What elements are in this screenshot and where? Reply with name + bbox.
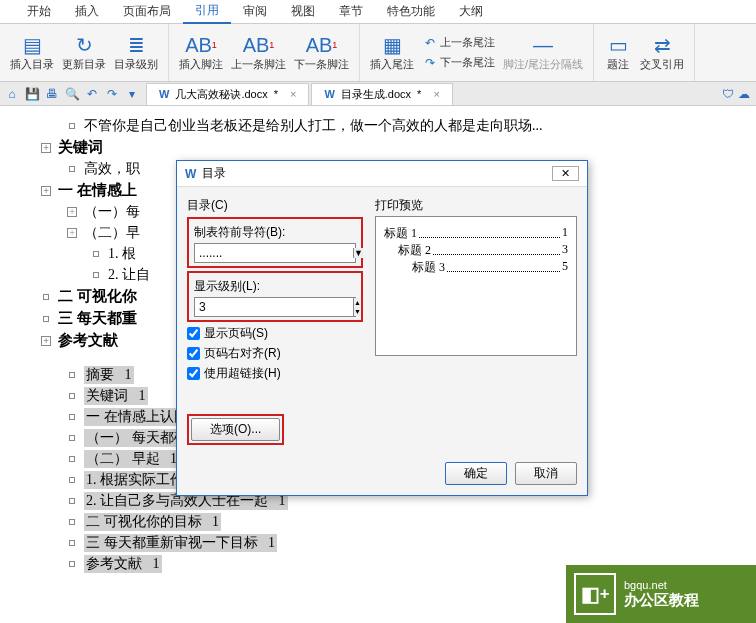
- outline-text: 三 每天都重: [58, 309, 137, 328]
- outline-text: 不管你是自己创业当老板还是给别人打工，做一个高效的人都是走向职场...: [84, 117, 543, 135]
- preview-panel: 标题 11 标题 23 标题 35: [375, 216, 577, 356]
- word-icon: W: [185, 167, 196, 181]
- cloud-icon[interactable]: ☁: [738, 87, 750, 101]
- separator-icon: —: [529, 33, 557, 57]
- next-footnote-icon: AB1: [308, 33, 336, 57]
- watermark-url: bgqu.net: [624, 579, 699, 591]
- toc-section-label: 目录(C): [187, 197, 363, 214]
- level-icon: ≣: [122, 33, 150, 57]
- modified-star: *: [274, 88, 278, 100]
- endnote-icon: ▦: [378, 33, 406, 57]
- outline-text: 2. 让自: [108, 266, 150, 284]
- word-icon: W: [159, 88, 169, 100]
- shield-icon[interactable]: 🛡: [722, 87, 734, 101]
- highlight-box: 制表符前导符(B): ▼: [187, 217, 363, 268]
- dialog-close-button[interactable]: ✕: [552, 166, 579, 181]
- show-levels-label: 显示级别(L):: [194, 278, 356, 295]
- tab-insert[interactable]: 插入: [63, 0, 111, 23]
- tab-features[interactable]: 特色功能: [375, 0, 447, 23]
- highlight-box: 显示级别(L): ▲▼: [187, 271, 363, 322]
- crossref-button[interactable]: ⇄交叉引用: [636, 31, 688, 74]
- preview-icon[interactable]: 🔍: [64, 86, 80, 102]
- update-toc-button[interactable]: ↻更新目录: [58, 31, 110, 74]
- modified-star: *: [417, 88, 421, 100]
- more-icon[interactable]: ▾: [124, 86, 140, 102]
- doc-tab-label: 几大高效秘诀.docx: [175, 87, 267, 102]
- next-icon: ↷: [422, 55, 438, 71]
- dropdown-icon[interactable]: ▼: [353, 248, 363, 258]
- outline-text: 关键词: [58, 138, 103, 157]
- outline-text: 1. 根: [108, 245, 136, 263]
- right-align-checkbox[interactable]: 页码右对齐(R): [187, 345, 363, 362]
- tab-view[interactable]: 视图: [279, 0, 327, 23]
- show-pagenum-checkbox[interactable]: 显示页码(S): [187, 325, 363, 342]
- separator-button[interactable]: —脚注/尾注分隔线: [499, 31, 587, 74]
- toc-level-button[interactable]: ≣目录级别: [110, 31, 162, 74]
- highlight-box: 选项(O)...: [187, 414, 284, 445]
- outline-text: 参考文献: [58, 331, 118, 350]
- tab-review[interactable]: 审阅: [231, 0, 279, 23]
- tab-leader-combo[interactable]: ▼: [194, 243, 356, 263]
- outline-text: （二）早: [84, 224, 140, 242]
- watermark: ◧+ bgqu.net 办公区教程: [566, 565, 756, 623]
- redo-icon[interactable]: ↷: [104, 86, 120, 102]
- word-icon: W: [324, 88, 334, 100]
- ok-button[interactable]: 确定: [445, 462, 507, 485]
- doc-tab-2[interactable]: W 目录生成.docx * ×: [311, 83, 452, 105]
- cancel-button[interactable]: 取消: [515, 462, 577, 485]
- next-endnote-button[interactable]: ↷下一条尾注: [418, 53, 499, 73]
- outline-text: 二 可视化你: [58, 287, 137, 306]
- doc-tab-label: 目录生成.docx: [341, 87, 411, 102]
- tab-leader-label: 制表符前导符(B):: [194, 224, 356, 241]
- preview-label: 打印预览: [375, 197, 577, 214]
- footnote-icon: AB1: [187, 33, 215, 57]
- hyperlink-checkbox[interactable]: 使用超链接(H): [187, 365, 363, 382]
- close-icon[interactable]: ×: [290, 88, 296, 100]
- tab-references[interactable]: 引用: [183, 0, 231, 24]
- caption-icon: ▭: [604, 33, 632, 57]
- tab-chapter[interactable]: 章节: [327, 0, 375, 23]
- dialog-title: 目录: [202, 165, 226, 182]
- levels-spinner[interactable]: ▲▼: [194, 297, 356, 317]
- logo-icon: ◧+: [574, 573, 616, 615]
- prev-icon: ↶: [422, 35, 438, 51]
- outline-text: 高效，职: [84, 160, 140, 178]
- outline-text: （一）每: [84, 203, 140, 221]
- outline-text: 一 在情感上: [58, 181, 137, 200]
- next-footnote-button[interactable]: AB1下一条脚注: [290, 31, 353, 74]
- caption-button[interactable]: ▭题注: [600, 31, 636, 74]
- tab-outline[interactable]: 大纲: [447, 0, 495, 23]
- close-icon[interactable]: ×: [433, 88, 439, 100]
- spin-down-icon[interactable]: ▼: [354, 307, 361, 316]
- insert-endnote-button[interactable]: ▦插入尾注: [366, 31, 418, 74]
- crossref-icon: ⇄: [648, 33, 676, 57]
- insert-toc-button[interactable]: ▤插入目录: [6, 31, 58, 74]
- tab-layout[interactable]: 页面布局: [111, 0, 183, 23]
- prev-footnote-button[interactable]: AB1上一条脚注: [227, 31, 290, 74]
- save-icon[interactable]: 💾: [24, 86, 40, 102]
- prev-endnote-button[interactable]: ↶上一条尾注: [418, 33, 499, 53]
- prev-footnote-icon: AB1: [245, 33, 273, 57]
- toc-icon: ▤: [18, 33, 46, 57]
- options-button[interactable]: 选项(O)...: [191, 418, 280, 441]
- tab-start[interactable]: 开始: [15, 0, 63, 23]
- doc-tab-1[interactable]: W 几大高效秘诀.docx * ×: [146, 83, 309, 105]
- home-icon[interactable]: ⌂: [4, 86, 20, 102]
- levels-input[interactable]: [195, 300, 353, 314]
- insert-footnote-button[interactable]: AB1插入脚注: [175, 31, 227, 74]
- spin-up-icon[interactable]: ▲: [354, 298, 361, 307]
- watermark-name: 办公区教程: [624, 591, 699, 610]
- refresh-icon: ↻: [70, 33, 98, 57]
- tab-leader-input[interactable]: [195, 246, 353, 260]
- undo-icon[interactable]: ↶: [84, 86, 100, 102]
- print-icon[interactable]: 🖶: [44, 86, 60, 102]
- toc-dialog: W 目录 ✕ 目录(C) 制表符前导符(B): ▼ 显示级别(L): ▲▼ 显示…: [176, 160, 588, 496]
